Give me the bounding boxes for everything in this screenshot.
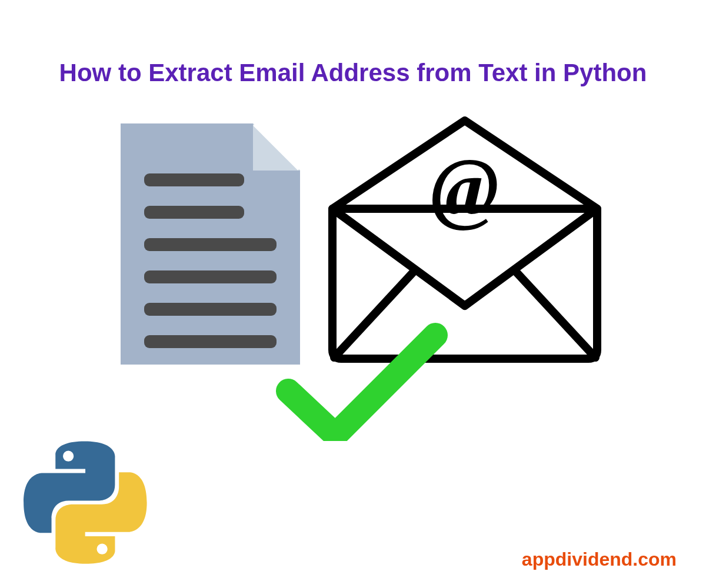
page-title: How to Extract Email Address from Text i… (0, 59, 706, 87)
website-label: appdividend.com (522, 549, 677, 570)
svg-rect-2 (144, 238, 277, 251)
document-icon (121, 123, 300, 365)
svg-rect-1 (144, 206, 244, 219)
email-envelope-icon: @ (332, 121, 597, 359)
hero-illustration: @ (88, 112, 618, 441)
svg-rect-5 (144, 335, 277, 348)
svg-rect-0 (144, 173, 244, 186)
svg-rect-4 (144, 303, 277, 316)
svg-text:@: @ (431, 141, 499, 232)
python-logo-icon (24, 441, 147, 564)
svg-rect-3 (144, 270, 277, 283)
